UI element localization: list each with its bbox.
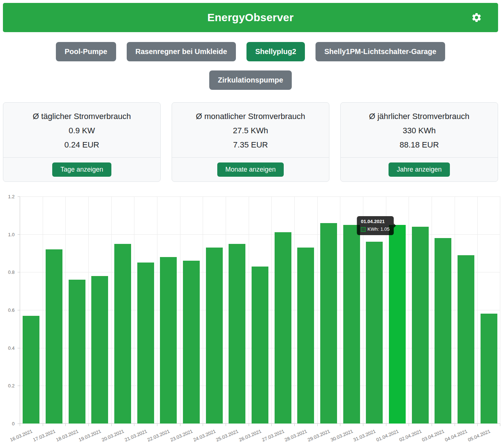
y-axis-label: 0 — [12, 421, 15, 426]
x-tick-mark — [20, 424, 20, 426]
chart-bar[interactable] — [366, 242, 383, 424]
y-axis-label: 1.2 — [8, 194, 15, 199]
x-axis-label: 19.03.2021 — [78, 428, 102, 443]
app-root: EnergyObserver Pool-Pumpe Rasenregner be… — [0, 3, 501, 448]
chart-bar[interactable] — [458, 255, 474, 424]
chart-bar[interactable] — [229, 244, 245, 424]
y-axis-label: 0.8 — [8, 269, 15, 275]
v-gridline — [43, 196, 43, 424]
y-axis: 00.20.40.60.81.01.2 — [0, 196, 20, 424]
chart-bar[interactable] — [206, 248, 223, 424]
chart-bar[interactable] — [69, 280, 85, 424]
x-tick-mark — [386, 424, 386, 426]
x-axis-label: 01.04.2021 — [375, 428, 399, 443]
y-axis-label: 0.4 — [8, 345, 15, 351]
chart-bar[interactable] — [389, 225, 406, 424]
stat-card-title: Ø täglicher Stromverbrauch — [3, 111, 160, 122]
app-header: EnergyObserver — [3, 3, 498, 32]
chart-bar[interactable] — [481, 314, 497, 424]
x-tick-mark — [340, 424, 340, 426]
v-gridline — [317, 196, 318, 424]
x-tick-mark — [43, 424, 43, 426]
v-gridline — [88, 196, 89, 424]
x-axis-label: 30.03.2021 — [330, 428, 354, 443]
v-gridline — [134, 196, 134, 424]
show-days-button[interactable]: Tage anzeigen — [52, 162, 111, 177]
stat-card-body: Ø jährlicher Stromverbrauch 330 KWh 88.1… — [341, 103, 498, 157]
x-axis-label: 29.03.2021 — [307, 428, 331, 443]
x-tick-mark — [111, 424, 112, 426]
v-gridline — [455, 196, 455, 424]
stat-card-power-value: 27.5 KWh — [172, 125, 329, 136]
consumption-bar-chart: 00.20.40.60.81.01.2 16.03.202117.03.2021… — [0, 194, 501, 448]
stat-card-power-value: 330 KWh — [341, 125, 498, 136]
x-axis-label: 26.03.2021 — [238, 428, 262, 443]
x-axis-label: 03.04.2021 — [421, 428, 445, 443]
stat-card-footer: Jahre anzeigen — [341, 157, 498, 181]
x-axis-label: 31.03.2021 — [352, 428, 376, 443]
chart-bar[interactable] — [320, 223, 337, 424]
v-gridline — [271, 196, 272, 424]
device-button-shellyplug2[interactable]: Shellyplug2 — [246, 42, 305, 61]
stat-card-title: Ø jährlicher Stromverbrauch — [341, 111, 498, 122]
x-axis-labels: 16.03.202117.03.202118.03.202119.03.2021… — [20, 428, 500, 448]
stat-cards: Ø täglicher Stromverbrauch 0.9 KW 0.24 E… — [3, 102, 498, 182]
y-axis-label: 0.2 — [8, 383, 15, 388]
x-tick-mark — [134, 424, 134, 426]
x-tick-mark — [271, 424, 272, 426]
tooltip-title: 01.04.2021 — [361, 219, 390, 225]
x-tick-mark — [363, 424, 363, 426]
device-buttons-row-1: Pool-Pumpe Rasenregner bei Umkleide Shel… — [0, 42, 501, 61]
chart-bar[interactable] — [275, 232, 291, 424]
h-gridline — [20, 196, 500, 197]
v-gridline — [157, 196, 157, 424]
x-axis-label: 17.03.2021 — [32, 428, 56, 443]
x-tick-mark — [88, 424, 89, 426]
y-axis-label: 0.6 — [8, 307, 15, 313]
x-tick-mark — [409, 424, 409, 426]
x-tick-mark — [203, 424, 203, 426]
stat-card-monthly: Ø monatlicher Stromverbrauch 27.5 KWh 7.… — [172, 102, 329, 182]
v-gridline — [432, 196, 432, 424]
series-color-swatch-icon — [361, 227, 366, 232]
x-axis-label: 18.03.2021 — [55, 428, 79, 443]
chart-bar[interactable] — [412, 227, 429, 424]
chart-bar[interactable] — [114, 244, 131, 424]
stat-card-power-value: 0.9 KW — [3, 125, 160, 136]
show-years-button[interactable]: Jahre anzeigen — [389, 162, 450, 177]
device-button-pool-pumpe[interactable]: Pool-Pumpe — [56, 42, 116, 61]
device-button-rasenregner-bei-umkleide[interactable]: Rasenregner bei Umkleide — [127, 42, 236, 61]
x-tick-mark — [477, 424, 478, 426]
chart-bar[interactable] — [46, 249, 62, 424]
stat-card-body: Ø täglicher Stromverbrauch 0.9 KW 0.24 E… — [3, 103, 160, 157]
chart-bar[interactable] — [183, 261, 200, 424]
chart-bar[interactable] — [91, 276, 108, 424]
stat-card-cost-value: 7.35 EUR — [172, 139, 329, 150]
x-tick-mark — [294, 424, 295, 426]
chart-bar[interactable] — [343, 225, 360, 424]
v-gridline — [111, 196, 112, 424]
device-button-zirkulationspumpe[interactable]: Zirkulationspumpe — [209, 70, 292, 90]
show-months-button[interactable]: Monate anzeigen — [217, 162, 284, 177]
v-gridline — [203, 196, 203, 424]
x-tick-mark — [226, 424, 226, 426]
chart-bar[interactable] — [137, 263, 154, 424]
chart-bar[interactable] — [160, 257, 177, 424]
v-gridline — [477, 196, 478, 424]
stat-card-daily: Ø täglicher Stromverbrauch 0.9 KW 0.24 E… — [3, 102, 161, 182]
stat-card-cost-value: 88.18 EUR — [341, 139, 498, 150]
settings-gear-icon[interactable] — [471, 12, 482, 23]
device-button-shelly1pm-lichtschalter-garage[interactable]: Shelly1PM-Lichtschalter-Garage — [315, 42, 445, 61]
x-axis-label: 20.03.2021 — [101, 428, 125, 443]
chart-bar[interactable] — [252, 267, 268, 424]
v-gridline — [500, 196, 500, 424]
chart-bar[interactable] — [435, 238, 451, 424]
chart-bar[interactable] — [23, 316, 39, 424]
y-axis-label: 1.0 — [8, 231, 15, 237]
x-tick-mark — [455, 424, 455, 426]
x-tick-mark — [65, 424, 66, 426]
chart-bar[interactable] — [297, 248, 314, 424]
y-axis-line — [20, 196, 20, 424]
x-axis-label: 21.03.2021 — [124, 428, 148, 443]
x-tick-mark — [500, 424, 500, 426]
